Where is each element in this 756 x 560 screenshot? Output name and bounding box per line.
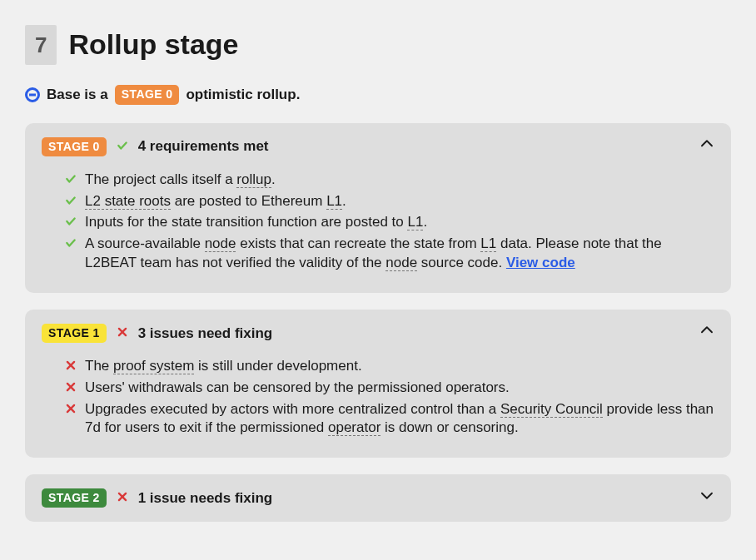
glossary-term[interactable]: Security Council: [500, 401, 603, 418]
x-icon: [117, 488, 128, 508]
requirement-item: The proof system is still under developm…: [65, 357, 714, 377]
stages-list: STAGE 04 requirements metThe project cal…: [25, 123, 731, 522]
stage-badge: STAGE 1: [42, 324, 107, 344]
view-code-link[interactable]: View code: [506, 255, 575, 270]
stage-card: STAGE 13 issues need fixingThe proof sys…: [25, 310, 731, 458]
chevron-up-icon[interactable]: [699, 136, 714, 156]
stage-card-header[interactable]: STAGE 04 requirements met: [25, 123, 731, 170]
requirement-text: Upgrades executed by actors with more ce…: [85, 400, 714, 439]
glossary-term[interactable]: node: [205, 235, 236, 252]
chevron-up-icon[interactable]: [699, 323, 714, 343]
stage-card-body: The proof system is still under developm…: [25, 357, 731, 458]
section-header: 7 Rollup stage: [25, 25, 731, 65]
stage-card-body: The project calls itself a rollup.L2 sta…: [25, 171, 731, 294]
chevron-down-icon[interactable]: [699, 488, 714, 508]
check-icon: [65, 235, 77, 273]
requirement-item: The project calls itself a rollup.: [65, 171, 714, 191]
glossary-term[interactable]: L1: [480, 235, 496, 252]
glossary-term[interactable]: proof system: [113, 358, 194, 374]
x-icon: [117, 324, 128, 343]
stage-status-text: 1 issue needs fixing: [138, 488, 273, 508]
stage-card: STAGE 04 requirements metThe project cal…: [25, 123, 731, 293]
summary-line: Base is a STAGE 0 optimistic rollup.: [25, 85, 731, 105]
check-icon: [117, 137, 128, 156]
check-icon: [65, 192, 77, 212]
rollup-stage-section: 7 Rollup stage Base is a STAGE 0 optimis…: [25, 25, 731, 522]
x-icon: [65, 379, 77, 399]
requirement-item: A source-available node exists that can …: [65, 235, 714, 273]
check-icon: [65, 171, 77, 191]
check-icon: [65, 213, 77, 233]
requirement-item: Upgrades executed by actors with more ce…: [65, 400, 714, 439]
stage-card-header[interactable]: STAGE 13 issues need fixing: [25, 310, 731, 356]
requirement-text: Inputs for the state transition function…: [85, 213, 427, 233]
stage-card: STAGE 21 issue needs fixing: [25, 474, 731, 521]
summary-suffix: optimistic rollup.: [186, 85, 300, 105]
glossary-term[interactable]: L1: [326, 193, 342, 210]
requirement-item: Users' withdrawals can be censored by th…: [65, 379, 714, 399]
stage-status-text: 4 requirements met: [138, 136, 269, 156]
requirement-item: L2 state roots are posted to Ethereum L1…: [65, 192, 714, 212]
glossary-term[interactable]: node: [385, 255, 417, 271]
stage-card-header[interactable]: STAGE 21 issue needs fixing: [25, 474, 731, 521]
x-icon: [65, 357, 77, 377]
section-number: 7: [25, 25, 57, 65]
info-circle-icon: [25, 87, 40, 102]
requirement-text: A source-available node exists that can …: [85, 235, 714, 273]
summary-prefix: Base is a: [47, 85, 108, 105]
glossary-term[interactable]: L2 state roots: [85, 193, 171, 210]
stage-badge: STAGE 2: [42, 488, 107, 508]
requirement-item: Inputs for the state transition function…: [65, 213, 714, 233]
x-icon: [65, 400, 77, 439]
summary-stage-badge: STAGE 0: [115, 85, 180, 105]
glossary-term[interactable]: rollup: [236, 171, 271, 188]
section-title: Rollup stage: [68, 25, 238, 65]
stage-badge: STAGE 0: [42, 137, 107, 157]
requirement-text: The proof system is still under developm…: [85, 357, 362, 377]
requirement-text: Users' withdrawals can be censored by th…: [85, 379, 510, 399]
glossary-term[interactable]: L1: [407, 214, 423, 230]
requirement-text: L2 state roots are posted to Ethereum L1…: [85, 192, 346, 212]
requirement-text: The project calls itself a rollup.: [85, 171, 276, 191]
glossary-term[interactable]: operator: [328, 419, 380, 436]
stage-status-text: 3 issues need fixing: [138, 324, 273, 344]
